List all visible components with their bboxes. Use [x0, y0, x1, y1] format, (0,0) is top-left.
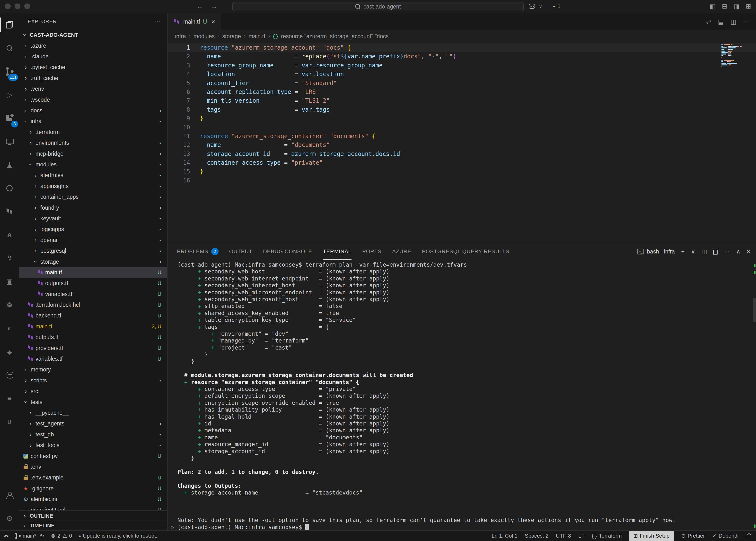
split-editor-icon[interactable]: ◫ — [730, 18, 736, 25]
open-preview-icon[interactable]: ▤ — [718, 18, 724, 25]
breadcrumb-item[interactable]: storage — [222, 33, 241, 40]
command-decoration-icon[interactable]: ○ — [171, 524, 173, 530]
update-status[interactable]: ● Update is ready, click to restart. — [79, 531, 157, 541]
more-actions-icon[interactable]: ⋯ — [154, 18, 160, 25]
activity-source-control-button[interactable]: 121 — [0, 60, 19, 83]
tree-item[interactable]: ›__pycache__ — [19, 407, 167, 418]
tree-item[interactable]: main.tfU — [19, 267, 167, 278]
outline-section[interactable]: › OUTLINE — [19, 511, 167, 521]
status-indentation[interactable]: Spaces: 2 — [525, 531, 549, 541]
maximize-panel-icon[interactable]: ∧ — [736, 248, 740, 255]
panel-tab-azure[interactable]: AZURE — [392, 243, 411, 260]
tree-item[interactable]: ›.ruff_cache — [19, 73, 167, 83]
tree-item[interactable]: ›memory — [19, 364, 167, 375]
activity-terraform-button[interactable] — [0, 200, 19, 223]
activity-explorer-button[interactable] — [0, 13, 19, 37]
minimize-window-button[interactable] — [15, 3, 20, 9]
tree-item[interactable]: ›container_apps● — [19, 192, 167, 202]
tree-item[interactable]: backend.tfU — [19, 310, 167, 321]
activity-settings-button[interactable] — [0, 507, 19, 530]
activity-github-button[interactable] — [0, 177, 19, 200]
status-notifications[interactable] — [746, 531, 751, 541]
tree-item[interactable]: ›appinsights● — [19, 181, 167, 192]
minimap[interactable] — [721, 44, 749, 69]
close-window-button[interactable] — [5, 3, 11, 9]
tree-item[interactable]: ›docs● — [19, 105, 167, 116]
tab-main-tf[interactable]: main.tf U × — [168, 13, 220, 30]
activity-docker-button[interactable] — [0, 270, 19, 293]
activity-testing-button[interactable] — [0, 153, 19, 177]
activity-run-and-debug-button[interactable] — [0, 83, 19, 107]
problems-status[interactable]: ⊗ 2 ⚠ 0 — [51, 531, 72, 541]
branch-status[interactable]: main* ↻ — [15, 531, 44, 541]
activity-azure-button[interactable] — [0, 223, 19, 247]
tree-item[interactable]: .env.exampleU — [19, 472, 167, 483]
kill-terminal-icon[interactable] — [713, 250, 718, 255]
tree-item[interactable]: ›.venv — [19, 84, 167, 94]
tree-item[interactable]: ›.claude — [19, 51, 167, 62]
breadcrumb-item[interactable]: modules — [193, 33, 215, 40]
panel-tab-terminal[interactable]: TERMINAL — [323, 243, 352, 260]
panel-tab-ports[interactable]: PORTS — [362, 243, 381, 260]
activity-account-button[interactable] — [0, 484, 19, 507]
activity-kubernetes-button[interactable] — [0, 293, 19, 317]
tree-item[interactable]: providers.tfU — [19, 343, 167, 353]
command-center[interactable]: cast-ado-agent — [232, 2, 524, 11]
tree-item[interactable]: ›postgresql● — [19, 246, 167, 256]
breadcrumb-symbol[interactable]: resource "azurerm_storage_account" "docs… — [281, 33, 390, 40]
toggle-secondary-sidebar-icon[interactable]: ◨ — [734, 3, 740, 10]
toggle-primary-sidebar-icon[interactable]: ◧ — [710, 3, 716, 10]
customize-layout-icon[interactable]: ⊞ — [746, 3, 751, 10]
timeline-section[interactable]: › TIMELINE — [19, 521, 167, 530]
tree-item[interactable]: ›infra● — [19, 116, 167, 127]
tree-item[interactable]: .terraform.lock.hclU — [19, 299, 167, 310]
breadcrumb-item[interactable]: main.tf — [248, 33, 265, 40]
activity-thunder-button[interactable] — [0, 247, 19, 270]
remote-indicator[interactable]: >< — [4, 531, 8, 541]
activity-extensions-button[interactable]: 3 — [0, 107, 19, 130]
tree-item[interactable]: ›scripts● — [19, 375, 167, 386]
tree-item[interactable]: ›test_db● — [19, 429, 167, 440]
status-dependi[interactable]: ✓Dependi — [712, 531, 738, 541]
forward-icon[interactable]: → — [211, 3, 217, 10]
tree-item[interactable]: outputs.tfU — [19, 332, 167, 343]
tree-item[interactable]: ›.azure — [19, 40, 167, 51]
tree-item[interactable]: ›src — [19, 386, 167, 397]
close-panel-icon[interactable]: × — [747, 248, 750, 255]
panel-tab-debug-console[interactable]: DEBUG CONSOLE — [263, 243, 312, 260]
status-finish-setup[interactable]: ⊞Finish Setup — [629, 531, 674, 541]
tree-item[interactable]: .env — [19, 461, 167, 472]
panel-tab-postgresql-query-results[interactable]: POSTGRESQL QUERY RESULTS — [422, 243, 509, 260]
copilot-icon[interactable] — [529, 4, 535, 9]
tree-item[interactable]: ›.vscode — [19, 94, 167, 105]
tree-item[interactable]: ›logicapps● — [19, 224, 167, 235]
activity-api-button[interactable] — [0, 340, 19, 363]
breadcrumb-item[interactable]: infra — [175, 33, 186, 40]
tree-item[interactable]: ◆.gitignoreU — [19, 483, 167, 494]
tree-item[interactable]: ›openai● — [19, 235, 167, 246]
tree-item[interactable]: ›foundry● — [19, 203, 167, 213]
tree-item[interactable]: ›mcp-bridge● — [19, 148, 167, 159]
activity-jupyter-button[interactable] — [0, 317, 19, 340]
tree-item[interactable]: variables.tfU — [19, 289, 167, 299]
tree-item[interactable]: ›keyvault● — [19, 213, 167, 224]
status-prettier[interactable]: ⊘Prettier — [681, 531, 705, 541]
more-actions-icon[interactable]: ⋯ — [724, 248, 730, 255]
status-cursor-position[interactable]: Ln 1, Col 1 — [492, 531, 517, 541]
tree-item[interactable]: ›alertrules● — [19, 170, 167, 181]
tree-item[interactable]: ›test_agents● — [19, 418, 167, 429]
tree-item[interactable]: conftest.pyU — [19, 451, 167, 461]
workspace-section-header[interactable]: › CAST-ADO-AGENT — [19, 30, 167, 40]
terminal-scrollbar[interactable] — [753, 298, 756, 322]
tree-item[interactable]: ›storage● — [19, 257, 167, 267]
code-editor[interactable]: 1resource "azurerm_storage_account" "doc… — [168, 42, 756, 243]
activity-database-button[interactable] — [0, 363, 19, 387]
activity-remote-explorer-button[interactable] — [0, 130, 19, 153]
close-tab-icon[interactable]: × — [211, 18, 215, 26]
panel-tab-problems[interactable]: PROBLEMS2 — [177, 243, 218, 260]
status-eol[interactable]: LF — [578, 531, 585, 541]
tree-item[interactable]: main.tf2, U — [19, 321, 167, 332]
split-terminal-icon[interactable]: ◫ — [701, 248, 707, 255]
tree-item[interactable]: ›tests — [19, 397, 167, 407]
tree-item[interactable]: outputs.tfU — [19, 278, 167, 289]
